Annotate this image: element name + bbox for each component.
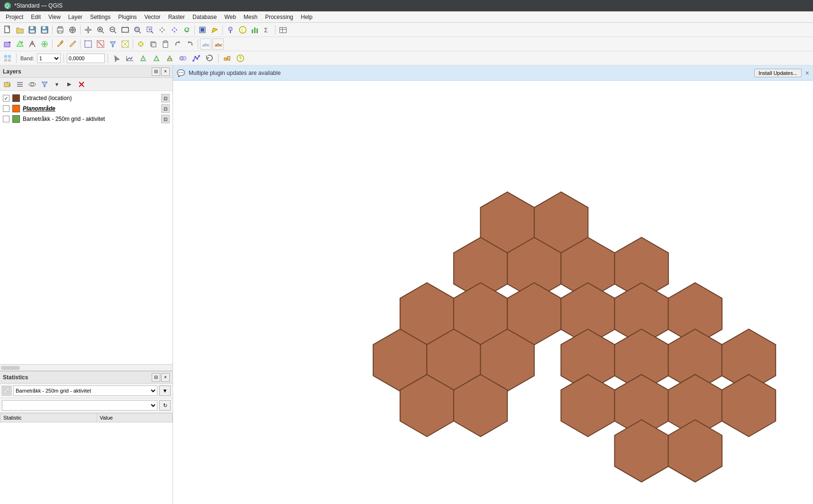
menu-processing[interactable]: Processing	[261, 13, 297, 21]
svg-point-84	[196, 58, 198, 60]
refresh-button[interactable]	[181, 24, 192, 36]
deselect-all-button[interactable]	[95, 38, 106, 50]
value-input[interactable]	[67, 54, 105, 63]
notification-close-button[interactable]: ×	[805, 69, 809, 77]
open-attr-table-button[interactable]	[277, 24, 289, 36]
select-location-button[interactable]	[197, 24, 208, 36]
save-project-button[interactable]	[27, 24, 38, 36]
add-line-button[interactable]	[151, 53, 162, 64]
save-edits-button[interactable]	[67, 38, 78, 50]
stats-panel-restore-button[interactable]: ⊟	[152, 373, 160, 382]
expand-all-button[interactable]: ▼	[51, 79, 63, 90]
layer-checkbox[interactable]	[3, 116, 9, 122]
stats-refresh-button[interactable]: ↻	[159, 400, 171, 411]
layers-scrollbar[interactable]	[0, 364, 173, 371]
svg-rect-69	[4, 55, 7, 58]
select-all-button[interactable]	[82, 38, 94, 50]
print-layout-button[interactable]	[55, 24, 66, 36]
layer-item[interactable]: ✓ Extracted (location) ⊡	[0, 93, 173, 103]
pan-map-button[interactable]	[156, 24, 168, 36]
toggle-edit-button[interactable]	[55, 38, 66, 50]
menu-database[interactable]: Database	[189, 13, 220, 21]
svg-marker-36	[212, 28, 218, 33]
layer-item[interactable]: Barnetråkk - 250m grid - aktivitet ⊡	[0, 114, 173, 124]
identify-features-button[interactable]	[225, 24, 236, 36]
copy-features-button[interactable]	[147, 38, 159, 50]
stats-layer-dropdown[interactable]: Barnetråkk - 250m grid - aktivitet	[13, 385, 157, 396]
show-tips-button[interactable]: !	[237, 24, 248, 36]
layer-checkbox[interactable]	[3, 105, 9, 112]
open-project-button[interactable]	[14, 24, 26, 36]
layer-options-button[interactable]: ⊡	[161, 94, 170, 102]
menu-web[interactable]: Web	[220, 13, 239, 21]
pan-tool-button[interactable]	[82, 24, 94, 36]
collapse-all-button[interactable]: ▶	[64, 79, 75, 90]
rotate-point-button[interactable]	[204, 53, 215, 64]
menu-edit[interactable]: Edit	[27, 13, 45, 21]
zoom-selection-button[interactable]	[144, 24, 155, 36]
remove-layer-button[interactable]	[76, 79, 87, 90]
layers-panel-close-button[interactable]: ×	[161, 67, 170, 76]
raster-menu-button[interactable]	[2, 53, 13, 64]
menu-view[interactable]: View	[45, 13, 64, 21]
menu-plugins[interactable]: Plugins	[114, 13, 140, 21]
redo-button[interactable]	[184, 38, 196, 50]
sum-button[interactable]: Σ	[262, 24, 273, 36]
select-features-button[interactable]	[209, 24, 220, 36]
layers-panel-restore-button[interactable]: ⊟	[152, 67, 160, 76]
svg-marker-130	[668, 420, 722, 482]
undo-button[interactable]	[172, 38, 183, 50]
stats-layer-dropdown-btn[interactable]: ▼	[159, 385, 171, 396]
menu-mesh[interactable]: Mesh	[240, 13, 261, 21]
menu-project[interactable]: Project	[2, 13, 27, 21]
node-tool-button[interactable]	[191, 53, 202, 64]
add-raster-layer-button[interactable]: +	[2, 38, 13, 50]
add-feature-button[interactable]	[39, 38, 50, 50]
zoom-full-button[interactable]	[119, 24, 131, 36]
help-button[interactable]: ?	[235, 53, 246, 64]
layer-item[interactable]: Planområde ⊡	[0, 103, 173, 114]
zoom-in-button[interactable]	[95, 24, 106, 36]
atlas-button[interactable]	[67, 24, 78, 36]
map-canvas[interactable]: .hex { fill: #B07050; stroke: #6B3F25; s…	[173, 81, 813, 504]
layer-options-button[interactable]: ⊡	[161, 115, 170, 123]
menu-help[interactable]: Help	[297, 13, 317, 21]
stats-button[interactable]	[249, 24, 261, 36]
filter-select-button[interactable]	[107, 38, 119, 50]
move-feature-button[interactable]	[135, 38, 146, 50]
zoom-out-button[interactable]	[107, 24, 119, 36]
invert-select-button[interactable]	[119, 38, 131, 50]
digitize-button[interactable]	[27, 38, 38, 50]
menu-layer[interactable]: Layer	[64, 13, 86, 21]
stats-field-dropdown[interactable]	[2, 400, 157, 411]
new-project-button[interactable]	[2, 24, 13, 36]
merge-features-button[interactable]	[177, 53, 189, 64]
layer-checkbox[interactable]: ✓	[3, 95, 9, 101]
menu-settings[interactable]: Settings	[86, 13, 114, 21]
paste-features-button[interactable]	[160, 38, 171, 50]
add-group-button[interactable]: +	[2, 79, 13, 90]
save-as-button[interactable]: +	[39, 24, 50, 36]
pan-to-selection-button[interactable]	[169, 24, 180, 36]
add-vector-layer-button[interactable]: +	[14, 38, 26, 50]
stats-panel-close-button[interactable]: ×	[161, 373, 170, 382]
svg-point-82	[192, 60, 194, 62]
zoom-layer-button[interactable]	[132, 24, 143, 36]
install-updates-button[interactable]: Install Updates...	[754, 69, 802, 77]
cursor-tool-button[interactable]	[111, 53, 122, 64]
menu-vector[interactable]: Vector	[141, 13, 164, 21]
label-options-button[interactable]: abc	[212, 38, 224, 50]
manage-layers-button[interactable]	[14, 79, 26, 90]
show-all-layers-button[interactable]	[27, 79, 38, 90]
split-features-button[interactable]	[164, 53, 175, 64]
svg-marker-78	[167, 56, 172, 61]
plugin-button-1[interactable]	[221, 53, 233, 64]
add-point-button[interactable]	[137, 53, 149, 64]
value-col-header: Value	[97, 413, 172, 422]
filter-layer-button[interactable]	[39, 79, 50, 90]
label-tool-button[interactable]: abc	[200, 38, 211, 50]
profile-button[interactable]	[124, 53, 136, 64]
menu-raster[interactable]: Raster	[164, 13, 189, 21]
layer-options-button[interactable]: ⊡	[161, 104, 170, 113]
band-select[interactable]: 1	[37, 54, 61, 63]
